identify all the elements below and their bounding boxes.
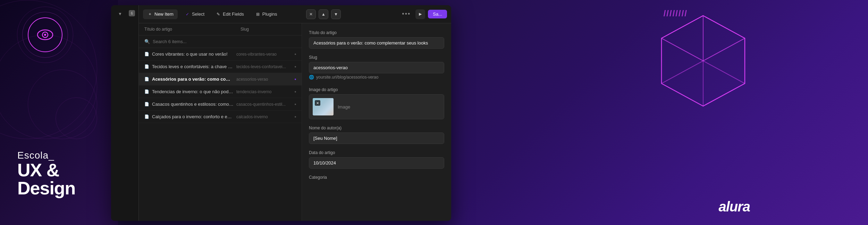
plugins-label: Plugins (262, 11, 277, 17)
slug-field-input[interactable] (309, 62, 444, 73)
3d-shape (656, 10, 750, 125)
doc-icon: 📄 (144, 114, 149, 119)
item-slug: casacos-quentinhos-estil... (236, 102, 292, 107)
doc-icon: 📄 (144, 77, 149, 82)
image-field-label: Image do artigo (309, 87, 444, 92)
doc-icon: 📄 (144, 89, 149, 94)
svg-line-6 (661, 38, 703, 61)
author-field-input[interactable] (309, 132, 444, 144)
list-item[interactable]: 📄 Casacos quentinhos e estilosos: como e… (139, 98, 302, 111)
slug-field-group: Slug 🌐 yoursite.url/blog/acessorios-vera… (309, 55, 444, 81)
select-label: Select (192, 11, 204, 17)
plugins-button[interactable]: ⊞ Plugins (251, 9, 281, 19)
item-title: Casacos quentinhos e estilosos: como esc… (152, 102, 234, 107)
new-item-button[interactable]: ＋ New Item (143, 9, 178, 19)
image-thumbnail: ✕ (313, 98, 334, 115)
item-indicator (295, 116, 296, 118)
author-field-label: Nome do autor(a) (309, 126, 444, 130)
category-field-label: Categoria (309, 175, 444, 180)
arrow-up-icon: ▲ (321, 12, 326, 17)
image-label-text: Image (338, 104, 350, 110)
svg-line-5 (703, 38, 745, 61)
search-icon: 🔍 (144, 39, 150, 44)
edit-fields-label: Edit Fields (223, 11, 244, 17)
plus-icon: ＋ (147, 11, 153, 17)
title-field-input[interactable] (309, 37, 444, 49)
globe-icon: 🌐 (309, 75, 314, 80)
item-title: Tendencias de inverno: o que não pode fa… (152, 89, 234, 94)
category-field-group: Categoria (309, 175, 444, 180)
item-indicator (295, 91, 296, 93)
detail-header-bar: ✕ ▲ ▼ ••• ▶ Sa... (302, 5, 451, 23)
item-slug: calcados-inverno (236, 114, 292, 119)
item-slug: tecidos-leves-confortavei... (236, 64, 292, 69)
save-button[interactable]: Sa... (428, 10, 447, 18)
doc-icon: 📄 (144, 52, 149, 57)
slug-column-header: Slug (241, 27, 296, 32)
brand-escola: Escola_ (17, 150, 118, 161)
new-item-label: New Item (154, 11, 174, 17)
cms-detail-panel: Título do artigo Slug 🌐 yoursite.url/blo… (302, 23, 451, 221)
hash-marks: //////// (664, 9, 688, 18)
item-title: Calçados para o inverno: conforto e esti… (152, 114, 234, 119)
list-item[interactable]: 📄 Tecidos leves e confortáveis: a chave … (139, 61, 302, 73)
svg-line-8 (703, 61, 745, 83)
item-title: Tecidos leves e confortáveis: a chave pa… (152, 64, 234, 69)
item-slug: cores-vibrantes-verao (236, 52, 292, 57)
list-item[interactable]: 📄 Tendencias de inverno: o que não pode … (139, 86, 302, 98)
item-title: Acessórios para o verão: como complement… (152, 77, 234, 82)
list-items: 📄 Cores vibrantes: o que usar no verão! … (139, 48, 302, 123)
logo-circle (28, 17, 62, 52)
item-indicator (295, 54, 296, 55)
url-text: yoursite.url/blog/acessorios-verao (316, 75, 378, 80)
url-display: 🌐 yoursite.url/blog/acessorios-verao (309, 73, 444, 81)
title-field-label: Título do artigo (309, 30, 444, 35)
list-item[interactable]: 📄 Cores vibrantes: o que usar no verão! … (139, 48, 302, 61)
image-upload-area[interactable]: ✕ Image (309, 94, 444, 119)
list-item-active[interactable]: 📄 Acessórios para o verão: como compleme… (139, 73, 302, 86)
doc-icon: 📄 (144, 102, 149, 107)
title-column-header: Título do artigo (144, 27, 241, 32)
edit-fields-button[interactable]: ✎ Edit Fields (211, 9, 248, 19)
brand-ux-design: UX & Design (17, 161, 118, 197)
nav-down-button[interactable]: ▼ (331, 9, 341, 19)
author-field-group: Nome do autor(a) (309, 126, 444, 144)
list-search: 🔍 (139, 35, 302, 48)
remove-image-button[interactable]: ✕ (315, 100, 320, 106)
brand-text: Escola_ UX & Design (17, 150, 118, 197)
item-slug: tendencias-inverno (236, 89, 292, 94)
cms-list-panel: Título do artigo Slug 🔍 📄 Cores vibrante… (139, 23, 302, 221)
more-options-button[interactable]: ••• (402, 10, 411, 18)
plugins-icon: ⊞ (255, 11, 261, 17)
date-field-input[interactable] (309, 157, 444, 169)
date-field-group: Data do artigo (309, 150, 444, 169)
sidebar-dropdown[interactable]: ▼ (118, 11, 122, 16)
arrow-down-icon: ▼ (334, 12, 338, 17)
close-detail-button[interactable]: ✕ (306, 9, 316, 19)
close-icon: ✕ (309, 12, 313, 17)
svg-point-0 (37, 30, 53, 40)
date-field-label: Data do artigo (309, 150, 444, 155)
image-field-group: Image do artigo ✕ Image (309, 87, 444, 119)
svg-line-9 (661, 61, 703, 83)
left-panel: Escola_ UX & Design (0, 0, 118, 225)
play-icon: ▶ (419, 12, 422, 16)
item-slug: acessorios-verao (236, 77, 292, 82)
svg-line-10 (661, 16, 703, 38)
list-item[interactable]: 📄 Calçados para o inverno: conforto e es… (139, 111, 302, 123)
play-button[interactable]: ▶ (415, 9, 425, 19)
nav-up-button[interactable]: ▲ (319, 9, 328, 19)
svg-point-1 (42, 32, 48, 38)
svg-point-2 (44, 34, 46, 36)
sidebar-badge: 6 (129, 10, 135, 16)
item-title: Cores vibrantes: o que usar no verão! (152, 51, 234, 57)
check-icon: ✓ (185, 11, 190, 17)
eye-logo (37, 29, 53, 40)
search-input[interactable] (153, 39, 296, 44)
item-indicator (295, 104, 296, 105)
edit-icon: ✎ (216, 11, 221, 17)
item-indicator (295, 66, 296, 67)
chevron-icon: ▼ (118, 11, 122, 16)
alura-logo: alura (718, 199, 750, 215)
select-button[interactable]: ✓ Select (180, 9, 209, 19)
